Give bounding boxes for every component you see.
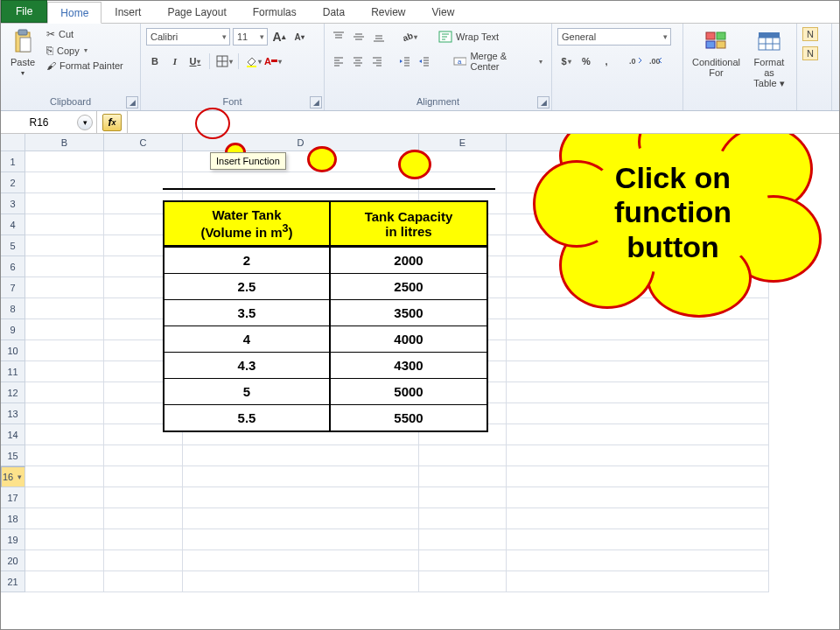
- cell[interactable]: [507, 403, 769, 424]
- cell[interactable]: [25, 319, 104, 340]
- cell[interactable]: [104, 466, 183, 487]
- align-top-button[interactable]: [330, 28, 347, 46]
- row-header-6[interactable]: 6: [1, 256, 25, 277]
- cell[interactable]: [183, 487, 419, 508]
- cell[interactable]: [507, 508, 769, 529]
- comma-button[interactable]: ,: [598, 52, 615, 70]
- clipboard-dialog-launcher[interactable]: ◢: [126, 96, 138, 108]
- cell[interactable]: [104, 550, 183, 571]
- row-header-11[interactable]: 11: [1, 361, 25, 382]
- underline-button[interactable]: U: [186, 52, 204, 70]
- orientation-button[interactable]: ab: [400, 28, 417, 46]
- row-header-16[interactable]: 16: [1, 466, 25, 487]
- cell[interactable]: [104, 445, 183, 466]
- cell[interactable]: [25, 550, 104, 571]
- tab-page-layout[interactable]: Page Layout: [154, 1, 239, 23]
- tab-review[interactable]: Review: [358, 1, 418, 23]
- cell[interactable]: [183, 466, 419, 487]
- cell[interactable]: [507, 466, 769, 487]
- decrease-decimal-button[interactable]: .00: [648, 52, 665, 70]
- cut-button[interactable]: Cut: [43, 27, 127, 41]
- row-header-10[interactable]: 10: [1, 340, 25, 361]
- number-format-select[interactable]: General: [557, 28, 671, 46]
- tab-insert[interactable]: Insert: [102, 1, 154, 23]
- cells-item-2[interactable]: N: [802, 46, 818, 60]
- cell[interactable]: [25, 151, 104, 172]
- row-header-3[interactable]: 3: [1, 193, 25, 214]
- copy-button[interactable]: Copy: [43, 43, 127, 58]
- row-header-8[interactable]: 8: [1, 298, 25, 319]
- align-bottom-button[interactable]: [370, 28, 388, 46]
- cell[interactable]: [25, 529, 104, 550]
- cell[interactable]: [25, 340, 104, 361]
- col-header-B[interactable]: B: [25, 134, 104, 151]
- cell[interactable]: [507, 529, 769, 550]
- row-header-19[interactable]: 19: [1, 529, 25, 550]
- cell[interactable]: [183, 445, 419, 466]
- cell[interactable]: [419, 445, 507, 466]
- row-header-9[interactable]: 9: [1, 319, 25, 340]
- cell[interactable]: [507, 424, 769, 445]
- row-header-13[interactable]: 13: [1, 403, 25, 424]
- row-header-14[interactable]: 14: [1, 424, 25, 445]
- cell[interactable]: [25, 172, 104, 193]
- cell[interactable]: [419, 172, 507, 193]
- cell[interactable]: [507, 340, 769, 361]
- cell[interactable]: [183, 550, 419, 571]
- col-header-C[interactable]: C: [104, 134, 183, 151]
- cell[interactable]: [25, 445, 104, 466]
- name-box-value[interactable]: R16: [1, 115, 77, 130]
- cell[interactable]: [25, 382, 104, 403]
- cell[interactable]: [25, 193, 104, 214]
- font-color-button[interactable]: A: [264, 52, 282, 70]
- row-header-21[interactable]: 21: [1, 571, 25, 592]
- increase-decimal-button[interactable]: .0: [627, 52, 645, 70]
- cell[interactable]: [419, 487, 507, 508]
- cell[interactable]: [25, 235, 104, 256]
- cell[interactable]: [183, 172, 419, 193]
- insert-function-button[interactable]: fx: [102, 114, 122, 131]
- name-box-dropdown[interactable]: ▾: [77, 115, 93, 130]
- tab-view[interactable]: View: [419, 1, 468, 23]
- grow-font-button[interactable]: A▴: [270, 28, 288, 46]
- cell[interactable]: [507, 550, 769, 571]
- cell[interactable]: [25, 403, 104, 424]
- row-header-2[interactable]: 2: [1, 172, 25, 193]
- cell[interactable]: [25, 277, 104, 298]
- cell[interactable]: [183, 529, 419, 550]
- cell[interactable]: [25, 571, 104, 592]
- row-header-18[interactable]: 18: [1, 508, 25, 529]
- worksheet-grid[interactable]: BCDE 123456789101112131415161718192021 W…: [1, 134, 839, 629]
- cell[interactable]: [25, 256, 104, 277]
- align-middle-button[interactable]: [350, 28, 368, 46]
- cell[interactable]: [507, 571, 769, 592]
- formula-input[interactable]: [128, 111, 839, 133]
- cell[interactable]: [104, 172, 183, 193]
- cell[interactable]: [419, 550, 507, 571]
- wrap-text-button[interactable]: Wrap Text: [435, 30, 502, 44]
- shrink-font-button[interactable]: A▾: [290, 28, 308, 46]
- decrease-indent-button[interactable]: [397, 52, 414, 70]
- row-header-12[interactable]: 12: [1, 382, 25, 403]
- align-left-button[interactable]: [330, 52, 346, 70]
- row-header-1[interactable]: 1: [1, 151, 25, 172]
- paste-button[interactable]: Paste ▾: [6, 27, 39, 79]
- tab-formulas[interactable]: Formulas: [240, 1, 310, 23]
- row-header-20[interactable]: 20: [1, 550, 25, 571]
- font-size-select[interactable]: 11: [233, 28, 268, 46]
- cell[interactable]: [104, 529, 183, 550]
- col-header-E[interactable]: E: [419, 134, 507, 151]
- bold-button[interactable]: B: [146, 52, 164, 70]
- cell[interactable]: [419, 466, 507, 487]
- tab-file[interactable]: File: [1, 0, 47, 23]
- select-all-corner[interactable]: [1, 134, 25, 151]
- cell[interactable]: [104, 487, 183, 508]
- cell[interactable]: [104, 571, 183, 592]
- border-button[interactable]: [215, 52, 233, 70]
- name-box[interactable]: R16 ▾: [1, 111, 97, 133]
- alignment-dialog-launcher[interactable]: ◢: [537, 96, 550, 108]
- tab-data[interactable]: Data: [310, 1, 358, 23]
- cell[interactable]: [419, 571, 507, 592]
- fill-color-button[interactable]: [244, 52, 262, 70]
- cell[interactable]: [419, 508, 507, 529]
